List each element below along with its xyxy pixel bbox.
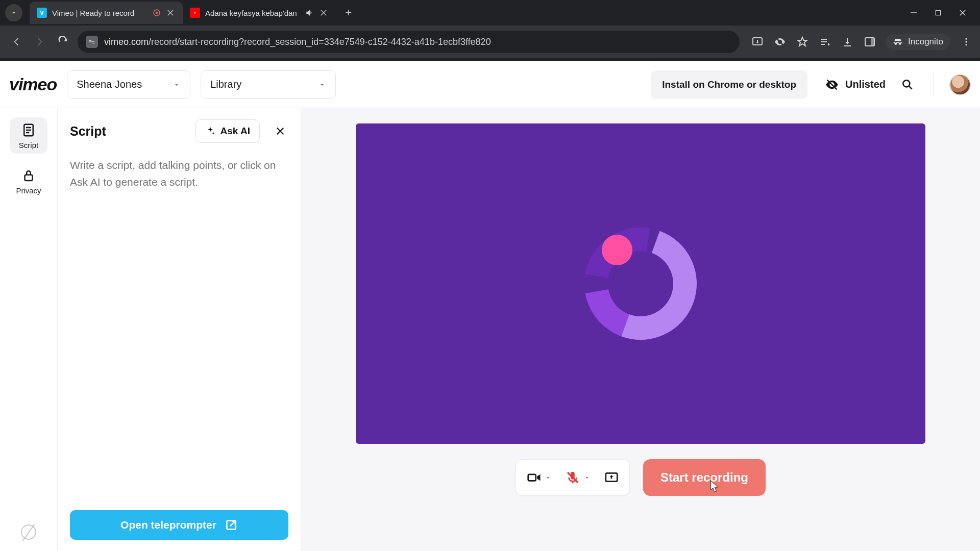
video-preview xyxy=(356,123,925,444)
star-icon xyxy=(796,36,808,48)
ask-ai-label: Ask AI xyxy=(220,126,250,137)
tab-title: Vimeo | Ready to record xyxy=(52,9,147,17)
recording-controls: Start recording xyxy=(516,459,766,496)
script-panel: Script Ask AI Open teleprompter xyxy=(57,108,301,551)
ask-ai-button[interactable]: Ask AI xyxy=(195,119,260,143)
window-controls xyxy=(909,8,980,18)
lock-icon xyxy=(21,168,36,183)
rail-item-label: Privacy xyxy=(16,186,41,195)
screen-share-icon xyxy=(604,470,619,485)
library-select[interactable]: Library xyxy=(201,70,336,99)
vimeo-logo[interactable]: vimeo xyxy=(9,74,57,94)
svg-point-10 xyxy=(903,80,910,87)
url-text: vimeo.com/record/start-recording?record_… xyxy=(104,37,491,47)
script-textarea[interactable] xyxy=(70,157,288,510)
vimeo-favicon-icon: v xyxy=(37,8,47,18)
install-button-label: Install on Chrome or desktop xyxy=(662,79,796,90)
svg-rect-14 xyxy=(528,474,536,481)
close-panel-button[interactable] xyxy=(272,123,288,139)
arrow-right-icon xyxy=(34,36,45,47)
install-pwa-button[interactable] xyxy=(751,35,764,48)
reload-button[interactable] xyxy=(54,33,72,51)
svg-point-1 xyxy=(156,12,158,14)
tracking-protection-button[interactable] xyxy=(773,35,787,48)
svg-rect-3 xyxy=(936,10,940,15)
svg-point-9 xyxy=(965,44,967,45)
media-controls-button[interactable] xyxy=(818,35,831,48)
side-panel-button[interactable] xyxy=(863,35,876,48)
panel-icon xyxy=(864,36,876,48)
minimize-button[interactable] xyxy=(909,8,919,18)
search-button[interactable] xyxy=(901,78,914,91)
url-box[interactable]: vimeo.com/record/start-recording?record_… xyxy=(78,31,740,53)
incognito-chip[interactable]: Incognito xyxy=(886,34,950,50)
rail-help-icon[interactable] xyxy=(21,524,36,540)
svg-point-7 xyxy=(965,38,967,40)
browser-chrome: v Vimeo | Ready to record Adana keyfasya… xyxy=(0,0,980,61)
visibility-label: Unlisted xyxy=(845,79,886,90)
sparkle-icon xyxy=(205,126,215,136)
device-controls xyxy=(516,459,630,496)
close-window-button[interactable] xyxy=(958,8,968,18)
mic-toggle[interactable] xyxy=(565,470,591,485)
app-body: Script Privacy Script Ask AI O xyxy=(0,108,980,551)
app-header: vimeo Sheena Jones Library Install on Ch… xyxy=(0,61,980,108)
side-rail: Script Privacy xyxy=(0,108,57,551)
tab-search-button[interactable] xyxy=(5,4,22,21)
start-recording-label: Start recording xyxy=(660,470,748,485)
tab-strip: v Vimeo | Ready to record Adana keyfasya… xyxy=(0,0,980,26)
tab-youtube[interactable]: Adana keyfasya kebap'dan xyxy=(183,2,336,24)
mic-off-icon xyxy=(565,470,580,485)
open-teleprompter-button[interactable]: Open teleprompter xyxy=(70,510,288,540)
browser-menu-button[interactable] xyxy=(960,35,973,48)
script-panel-header: Script Ask AI xyxy=(70,119,288,143)
tab-title: Adana keyfasya kebap'dan xyxy=(205,9,300,17)
download-icon xyxy=(841,36,853,48)
minimize-icon xyxy=(909,8,918,17)
chevron-down-icon xyxy=(318,81,326,89)
reload-icon xyxy=(58,36,69,47)
maximize-button[interactable] xyxy=(933,8,943,18)
new-tab-button[interactable]: + xyxy=(340,4,357,21)
eye-off-icon xyxy=(774,36,786,48)
divider xyxy=(934,73,934,96)
stage: Start recording xyxy=(301,108,980,551)
app: vimeo Sheena Jones Library Install on Ch… xyxy=(0,61,980,551)
rail-item-script[interactable]: Script xyxy=(10,117,47,154)
close-icon[interactable] xyxy=(166,8,176,17)
site-settings-icon[interactable] xyxy=(86,36,98,48)
youtube-favicon-icon xyxy=(190,8,200,18)
arrow-left-icon xyxy=(11,36,22,47)
visibility-toggle[interactable]: Unlisted xyxy=(818,78,886,92)
library-select-label: Library xyxy=(210,79,241,90)
user-avatar[interactable] xyxy=(949,74,971,95)
address-bar: vimeo.com/record/start-recording?record_… xyxy=(0,26,980,58)
camera-icon xyxy=(526,470,542,485)
media-icon xyxy=(819,36,831,48)
start-recording-button[interactable]: Start recording xyxy=(643,459,766,496)
open-teleprompter-label: Open teleprompter xyxy=(120,519,216,531)
cursor-icon xyxy=(709,480,721,494)
back-button[interactable] xyxy=(7,33,26,51)
chevron-up-icon xyxy=(583,474,591,481)
install-icon xyxy=(751,36,764,48)
close-icon[interactable] xyxy=(320,8,329,17)
loading-spinner-icon xyxy=(584,228,697,340)
svg-rect-2 xyxy=(911,12,917,13)
downloads-button[interactable] xyxy=(841,35,854,48)
forward-button[interactable] xyxy=(31,33,49,51)
install-button[interactable]: Install on Chrome or desktop xyxy=(651,70,807,99)
bookmark-button[interactable] xyxy=(796,35,809,48)
maximize-icon xyxy=(934,9,942,17)
user-select[interactable]: Sheena Jones xyxy=(67,70,190,99)
rail-item-privacy[interactable]: Privacy xyxy=(10,163,47,199)
screen-share-toggle[interactable] xyxy=(604,470,619,485)
toolbar-right: Incognito xyxy=(745,34,973,50)
script-icon xyxy=(21,122,36,138)
audio-playing-icon xyxy=(305,8,314,17)
chevron-down-icon xyxy=(173,81,181,89)
tab-vimeo[interactable]: v Vimeo | Ready to record xyxy=(30,2,183,24)
eye-off-icon xyxy=(825,78,839,92)
camera-toggle[interactable] xyxy=(526,470,552,485)
svg-point-8 xyxy=(965,41,967,42)
